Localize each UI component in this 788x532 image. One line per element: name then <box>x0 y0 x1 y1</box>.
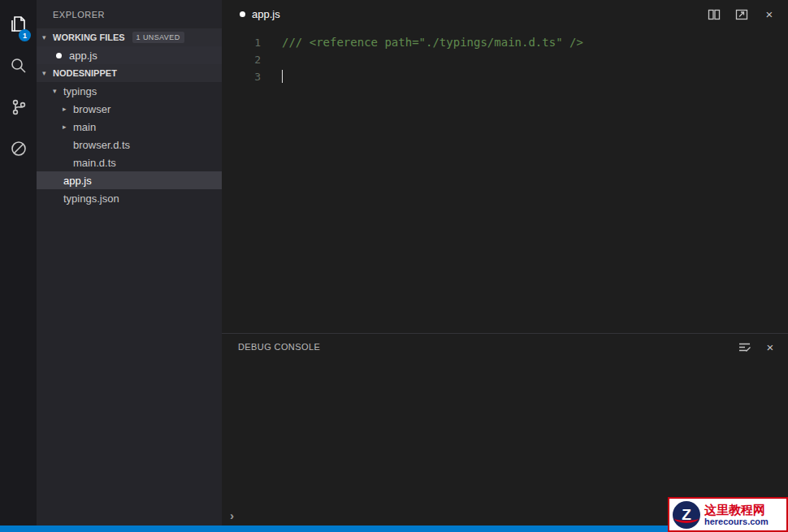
activity-git-button[interactable] <box>0 88 37 129</box>
tree-item-label: browser <box>73 103 110 115</box>
tab-appjs[interactable]: app.js <box>240 8 280 20</box>
chevron-down-icon: ▾ <box>53 87 63 95</box>
working-files-header[interactable]: ▾ WORKING FILES 1 UNSAVED <box>37 28 222 46</box>
watermark-logo-letter: Z <box>682 506 691 524</box>
chevron-down-icon: ▾ <box>42 33 53 41</box>
tree-item-main[interactable]: ▸ main <box>37 118 222 136</box>
site-watermark: Z 这里教程网 herecours.com <box>668 497 788 532</box>
tree-item-typings-json[interactable]: typings.json <box>37 189 222 207</box>
tree-item-label: browser.d.ts <box>73 139 130 151</box>
explorer-badge: 1 <box>19 29 31 41</box>
tree-item-browser-dts[interactable]: browser.d.ts <box>37 136 222 154</box>
debug-icon <box>8 138 29 162</box>
project-section-header[interactable]: ▾ NODESNIPPET <box>37 64 222 82</box>
watermark-title: 这里教程网 <box>704 503 769 517</box>
tab-label: app.js <box>252 8 280 20</box>
sidebar-explorer: EXPLORER ▾ WORKING FILES 1 UNSAVED app.j… <box>37 0 222 526</box>
editor-actions: × <box>707 7 777 22</box>
project-name-label: NODESNIPPET <box>53 68 117 78</box>
tree-item-browser[interactable]: ▸ browser <box>37 100 222 118</box>
line-number: 2 <box>222 51 261 68</box>
code-line: 3 <box>222 68 788 85</box>
code-text-comment: /// <reference path="./typings/main.d.ts… <box>282 34 583 51</box>
close-editor-icon[interactable]: × <box>762 7 777 22</box>
tree-item-main-dts[interactable]: main.d.ts <box>37 154 222 171</box>
text-cursor <box>282 70 283 83</box>
activity-debug-button[interactable] <box>0 129 37 171</box>
dirty-indicator <box>56 53 62 58</box>
open-preview-icon[interactable] <box>734 7 749 22</box>
watermark-text: 这里教程网 herecours.com <box>704 503 769 527</box>
unsaved-badge: 1 UNSAVED <box>132 32 184 43</box>
working-file-appjs[interactable]: app.js <box>37 46 222 64</box>
line-number: 3 <box>222 68 261 85</box>
tree-item-label: main <box>73 121 96 133</box>
git-branch-icon <box>8 97 29 120</box>
tree-item-label: main.d.ts <box>73 157 116 169</box>
console-output-area[interactable] <box>222 360 788 504</box>
working-file-label: app.js <box>69 50 97 62</box>
chevron-right-icon: ▸ <box>63 105 73 113</box>
file-tree: ▾ typings ▸ browser ▸ main browser.d.ts … <box>37 82 222 207</box>
working-files-label: WORKING FILES <box>53 32 125 42</box>
watermark-subtitle: herecours.com <box>704 517 769 527</box>
tree-item-appjs[interactable]: app.js <box>37 171 222 189</box>
panel-title-debug-console[interactable]: DEBUG CONSOLE <box>238 342 320 352</box>
close-panel-icon[interactable]: × <box>763 340 777 354</box>
tree-item-label: typings <box>63 85 97 97</box>
code-editor[interactable]: 1 /// <reference path="./typings/main.d.… <box>222 28 788 333</box>
sidebar-title: EXPLORER <box>37 0 222 28</box>
editor-title-bar: app.js × <box>222 0 788 28</box>
editor-group: app.js × 1 <box>222 0 788 526</box>
vscode-window: 1 <box>0 0 788 526</box>
tree-item-label: typings.json <box>63 192 119 205</box>
tree-item-label: app.js <box>63 175 92 187</box>
activity-bar: 1 <box>0 0 37 526</box>
search-icon <box>8 55 29 79</box>
panel-actions: × <box>737 340 777 354</box>
activity-search-button[interactable] <box>0 46 37 88</box>
split-editor-icon[interactable] <box>707 7 721 22</box>
code-line: 1 /// <reference path="./typings/main.d.… <box>222 34 788 51</box>
watermark-logo: Z <box>673 501 700 529</box>
panel-header: DEBUG CONSOLE × <box>222 334 788 360</box>
chevron-right-icon: ▸ <box>63 123 73 131</box>
clear-console-icon[interactable] <box>737 340 751 354</box>
activity-explorer-button[interactable]: 1 <box>0 5 37 46</box>
chevron-down-icon: ▾ <box>42 69 53 77</box>
dirty-indicator <box>240 11 245 17</box>
tree-item-typings[interactable]: ▾ typings <box>37 82 222 100</box>
line-number: 1 <box>222 34 261 51</box>
code-line: 2 <box>222 51 788 68</box>
console-prompt-chevron-icon: › <box>230 508 234 522</box>
